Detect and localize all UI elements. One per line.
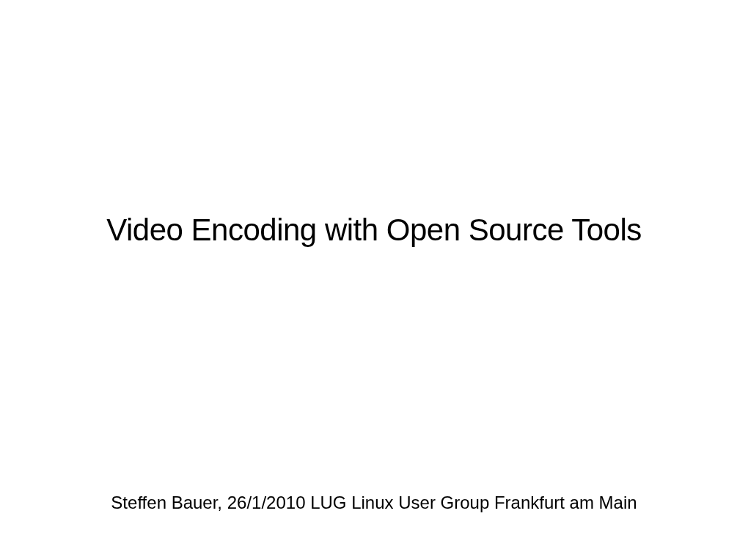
slide-title: Video Encoding with Open Source Tools bbox=[0, 213, 748, 248]
slide-container: Video Encoding with Open Source Tools St… bbox=[0, 0, 748, 560]
slide-footer: Steffen Bauer, 26/1/2010 LUG Linux User … bbox=[0, 493, 748, 513]
